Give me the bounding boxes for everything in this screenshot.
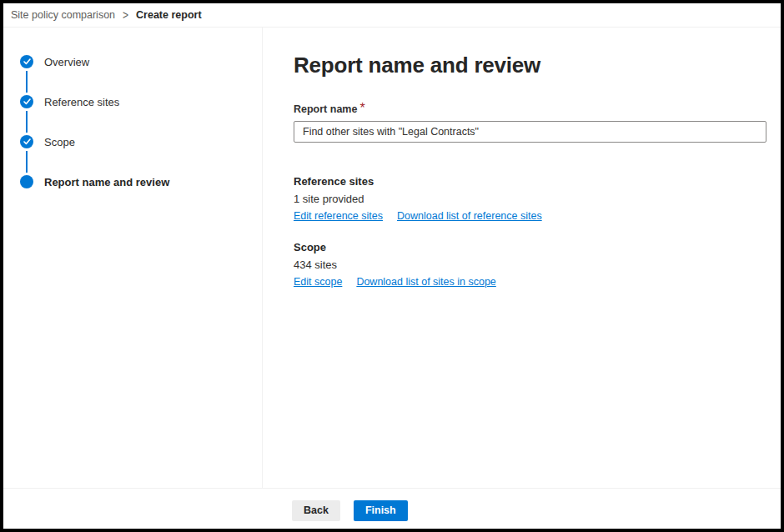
- check-circle-icon: [20, 55, 33, 68]
- reference-sites-summary: 1 site provided: [294, 193, 766, 205]
- step-reference-sites[interactable]: Reference sites: [20, 95, 262, 108]
- step-overview[interactable]: Overview: [20, 55, 262, 68]
- scope-links: Edit scope Download list of sites in sco…: [294, 276, 766, 288]
- wizard-body: Overview Reference sites Scope Report na…: [3, 28, 781, 488]
- edit-scope-link[interactable]: Edit scope: [294, 276, 342, 288]
- scope-heading: Scope: [294, 241, 766, 253]
- report-name-field: Report name*: [294, 101, 766, 143]
- reference-sites-section: Reference sites 1 site provided Edit ref…: [294, 175, 766, 222]
- step-scope[interactable]: Scope: [20, 135, 262, 148]
- report-name-label: Report name: [294, 103, 357, 115]
- step-label: Scope: [44, 136, 75, 148]
- breadcrumb-parent-link[interactable]: Site policy comparison: [11, 9, 115, 21]
- check-circle-icon: [20, 135, 33, 148]
- scope-section: Scope 434 sites Edit scope Download list…: [294, 241, 766, 288]
- filled-circle-icon: [20, 175, 33, 188]
- download-sites-in-scope-link[interactable]: Download list of sites in scope: [356, 276, 495, 288]
- create-report-wizard: Site policy comparison > Create report O…: [0, 0, 784, 532]
- required-marker: *: [359, 101, 364, 115]
- breadcrumb: Site policy comparison > Create report: [3, 3, 781, 28]
- step-label: Overview: [44, 56, 89, 68]
- step-report-name-and-review[interactable]: Report name and review: [20, 175, 262, 188]
- finish-button[interactable]: Finish: [354, 500, 408, 521]
- wizard-footer: Back Finish: [3, 488, 781, 529]
- reference-sites-heading: Reference sites: [294, 175, 766, 188]
- edit-reference-sites-link[interactable]: Edit reference sites: [294, 210, 383, 222]
- check-circle-icon: [20, 95, 33, 108]
- reference-sites-links: Edit reference sites Download list of re…: [294, 210, 766, 222]
- download-reference-sites-link[interactable]: Download list of reference sites: [397, 210, 542, 222]
- page-title: Report name and review: [294, 53, 766, 78]
- breadcrumb-current: Create report: [136, 9, 202, 21]
- report-name-input[interactable]: [294, 121, 766, 143]
- main-panel: Report name and review Report name* Refe…: [263, 28, 781, 488]
- back-button[interactable]: Back: [292, 500, 340, 521]
- step-label: Report name and review: [44, 176, 169, 188]
- step-label: Reference sites: [44, 96, 119, 108]
- scope-summary: 434 sites: [294, 258, 766, 271]
- wizard-stepper: Overview Reference sites Scope Report na…: [3, 28, 263, 488]
- chevron-right-icon: >: [123, 8, 128, 22]
